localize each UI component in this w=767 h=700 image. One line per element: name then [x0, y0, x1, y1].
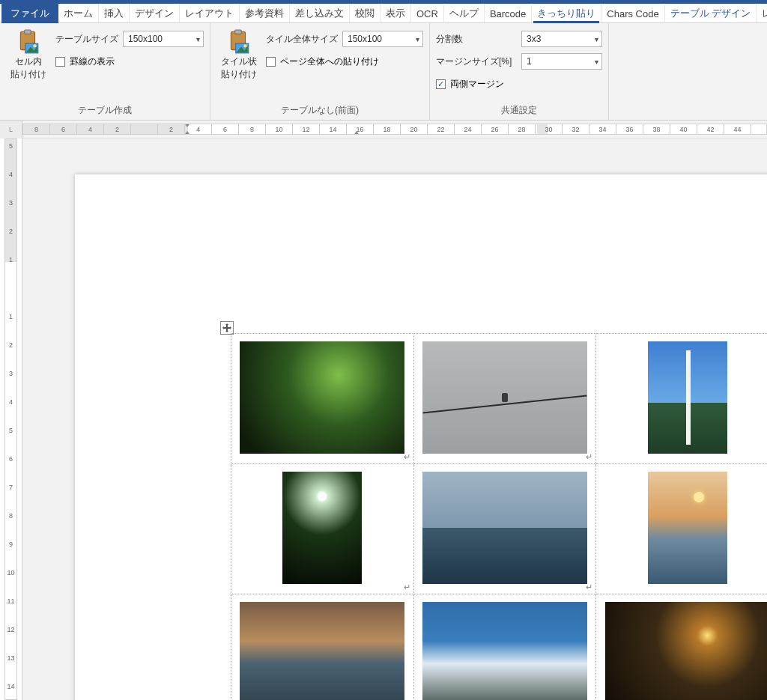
- table-row: ↵ ↵ ↵↵: [231, 334, 768, 464]
- tab-insert[interactable]: 挿入: [99, 4, 130, 22]
- ribbon: セル内 貼り付け テーブルサイズ 150x100 ▾ 罫線の表示: [0, 23, 767, 121]
- tab-table-design[interactable]: テーブル デザイン: [665, 4, 757, 22]
- both-margins-checkbox[interactable]: ✓ 両側マージン: [436, 78, 504, 91]
- table-cell[interactable]: ↵↵: [596, 594, 767, 701]
- tab-marker-icon[interactable]: [353, 131, 360, 135]
- table-cell[interactable]: ↵: [413, 464, 596, 594]
- table-row: ↵ ↵ ↵↵: [231, 464, 768, 594]
- margin-size-value: 1: [527, 56, 532, 67]
- clipboard-tile-icon: [226, 29, 252, 55]
- tab-view[interactable]: 表示: [381, 4, 411, 22]
- tile-size-combo[interactable]: 150x100 ▾: [342, 31, 423, 47]
- ribbon-tab-bar: ファイル ホーム 挿入 デザイン レイアウト 参考資料 差し込み文 校閲 表示 …: [0, 4, 767, 23]
- tile-size-label: タイル全体サイズ: [266, 33, 338, 46]
- move-arrows-icon: [222, 323, 231, 332]
- show-gridlines-label: 罫線の表示: [70, 55, 115, 68]
- paste-full-page-checkbox[interactable]: ページ全体への貼り付け: [266, 55, 379, 68]
- table-size-combo[interactable]: 150x100 ▾: [123, 31, 204, 47]
- table-cell[interactable]: ↵: [413, 594, 596, 701]
- ribbon-group-title-1: テーブル作成: [6, 102, 204, 120]
- photo-thumbnail[interactable]: [422, 341, 587, 454]
- svg-rect-6: [235, 30, 242, 34]
- paragraph-mark-icon: ↵: [404, 452, 410, 462]
- clipboard-picture-icon: [16, 29, 41, 55]
- tile-paste-label-2: 貼り付け: [221, 69, 257, 80]
- tab-design[interactable]: デザイン: [130, 4, 180, 22]
- table-cell[interactable]: ↵: [413, 334, 596, 464]
- chevron-down-icon: ▾: [595, 35, 598, 43]
- tab-layout[interactable]: レイアウト: [180, 4, 240, 22]
- paragraph-mark-icon: ↵: [404, 582, 410, 592]
- ruler-corner[interactable]: L: [0, 121, 22, 139]
- split-count-value: 3x3: [527, 34, 541, 44]
- paragraph-mark-icon: ↵: [586, 452, 592, 462]
- table-size-value: 150x100: [128, 34, 163, 44]
- margin-size-combo[interactable]: 1 ▾: [521, 53, 602, 70]
- tab-kicchiri-paste[interactable]: きっちり貼り: [532, 4, 601, 22]
- tab-mailings[interactable]: 差し込み文: [290, 4, 350, 22]
- photo-thumbnail[interactable]: [240, 341, 404, 454]
- chevron-down-icon: ▾: [416, 35, 419, 43]
- photo-thumbnail[interactable]: [648, 341, 727, 454]
- photo-thumbnail[interactable]: [422, 602, 587, 700]
- tab-review[interactable]: 校閲: [350, 4, 381, 22]
- horizontal-ruler[interactable]: 8642246810121416182022242628303234363840…: [22, 124, 767, 135]
- tab-home[interactable]: ホーム: [58, 4, 99, 22]
- tab-barcode[interactable]: Barcode: [485, 5, 532, 22]
- ribbon-group-no-table: タイル状 貼り付け タイル全体サイズ 150x100 ▾ ページ全体への貼り付け: [210, 23, 430, 120]
- split-count-combo[interactable]: 3x3 ▾: [521, 31, 602, 47]
- ribbon-group-title-2: テーブルなし(前面): [216, 102, 423, 120]
- ribbon-group-title-3: 共通設定: [436, 102, 602, 120]
- table-size-label: テーブルサイズ: [55, 33, 118, 46]
- checkbox-box-icon: [266, 57, 276, 67]
- tab-references[interactable]: 参考資料: [240, 4, 290, 22]
- tile-paste-button[interactable]: タイル状 貼り付け: [216, 26, 261, 80]
- paste-in-cell-label-1: セル内: [15, 56, 42, 67]
- ruler-row: L 86422468101214161820222426283032343638…: [0, 121, 767, 139]
- checkbox-box-icon: [55, 57, 65, 67]
- svg-point-4: [33, 44, 36, 47]
- svg-point-9: [243, 44, 246, 47]
- show-gridlines-checkbox[interactable]: 罫線の表示: [55, 55, 115, 68]
- paste-in-cell-button[interactable]: セル内 貼り付け: [6, 26, 51, 80]
- table-cell[interactable]: ↵: [231, 464, 414, 594]
- paste-full-page-label: ページ全体への貼り付け: [280, 55, 379, 68]
- svg-rect-1: [25, 30, 31, 34]
- table-cell[interactable]: ↵↵: [596, 464, 767, 594]
- chevron-down-icon: ▾: [595, 58, 598, 66]
- paste-in-cell-label-2: 貼り付け: [10, 69, 46, 80]
- tile-size-value: 150x100: [348, 34, 382, 44]
- tile-paste-label-1: タイル状: [221, 56, 257, 67]
- checkbox-checked-icon: ✓: [436, 79, 446, 89]
- page[interactable]: ↵ ↵ ↵↵ ↵ ↵ ↵↵ ↵ ↵ ↵↵ ↵: [75, 174, 767, 700]
- chevron-down-icon: ▾: [196, 35, 200, 43]
- editing-area: 5432112345678910111213141516171819 ↵ ↵ ↵…: [0, 139, 767, 700]
- vertical-ruler[interactable]: 5432112345678910111213141516171819: [0, 139, 22, 700]
- indent-marker-top-icon[interactable]: [184, 124, 191, 127]
- table-row: ↵ ↵ ↵↵: [231, 594, 768, 701]
- ribbon-group-table-create: セル内 貼り付け テーブルサイズ 150x100 ▾ 罫線の表示: [0, 23, 210, 120]
- split-count-label: 分割数: [436, 33, 517, 46]
- margin-size-label: マージンサイズ[%]: [436, 55, 517, 68]
- table-cell[interactable]: ↵↵: [596, 334, 767, 464]
- paragraph-mark-icon: ↵: [586, 582, 592, 592]
- photo-thumbnail[interactable]: [422, 472, 587, 584]
- ribbon-group-common: 分割数 3x3 ▾ マージンサイズ[%] 1 ▾ ✓: [430, 23, 609, 120]
- photo-thumbnail[interactable]: [240, 602, 404, 700]
- photo-table[interactable]: ↵ ↵ ↵↵ ↵ ↵ ↵↵ ↵ ↵ ↵↵: [231, 333, 767, 700]
- tab-ocr[interactable]: OCR: [411, 5, 444, 22]
- table-cell[interactable]: ↵: [231, 594, 414, 701]
- tab-table-layout[interactable]: レイ: [757, 4, 767, 22]
- photo-thumbnail[interactable]: [282, 472, 362, 584]
- indent-marker-bottom-icon[interactable]: [184, 131, 191, 135]
- document-viewport[interactable]: ↵ ↵ ↵↵ ↵ ↵ ↵↵ ↵ ↵ ↵↵ ↵: [22, 139, 767, 700]
- tab-chars-code[interactable]: Chars Code: [601, 5, 664, 22]
- both-margins-label: 両側マージン: [450, 78, 504, 91]
- table-cell[interactable]: ↵: [231, 334, 414, 464]
- photo-thumbnail[interactable]: [648, 472, 727, 584]
- photo-thumbnail[interactable]: [605, 602, 767, 700]
- tab-help[interactable]: ヘルプ: [444, 4, 485, 22]
- tab-file[interactable]: ファイル: [1, 4, 58, 23]
